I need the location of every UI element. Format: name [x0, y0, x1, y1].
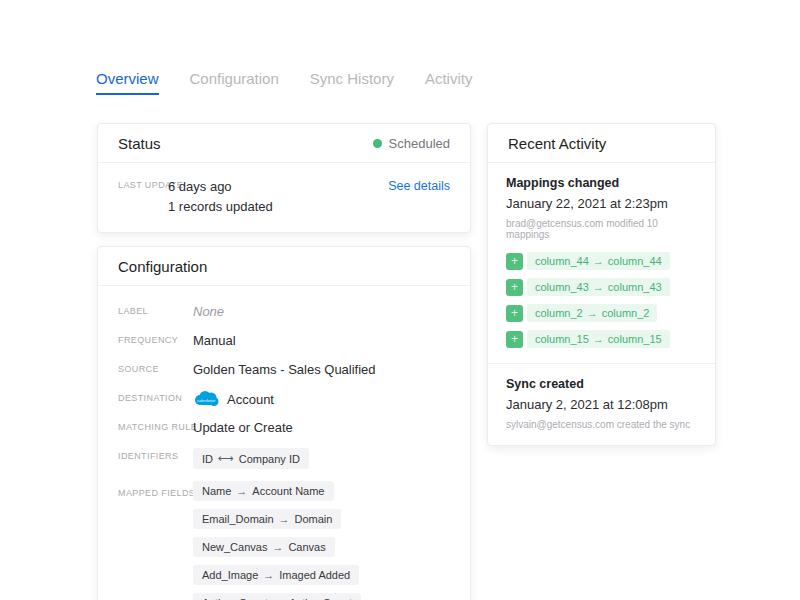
event-title: Sync created: [506, 377, 697, 391]
activity-event-mappings-changed: Mappings changed January 22, 2021 at 2:2…: [488, 163, 715, 363]
mapping-from: column_15: [535, 333, 589, 345]
mapping-from: column_43: [535, 281, 589, 293]
tab-configuration[interactable]: Configuration: [190, 70, 279, 95]
destination-field-label: DESTINATION: [118, 390, 193, 403]
plus-icon: +: [506, 279, 523, 296]
mapping-chip-label: column_15→column_15: [527, 330, 670, 348]
label-field-value: None: [193, 303, 224, 319]
frequency-field-label: FREQUENCY: [118, 332, 193, 345]
config-row-label: LABEL None: [118, 303, 450, 322]
mapping-chip: + column_15→column_15: [506, 330, 697, 348]
destination-field-value: salesforce Account: [193, 390, 274, 408]
plus-icon: +: [506, 253, 523, 270]
status-badge-label: Scheduled: [389, 136, 450, 151]
label-field-label: LABEL: [118, 303, 193, 316]
mapping-to: column_43: [608, 281, 662, 293]
salesforce-icon: salesforce: [193, 390, 219, 408]
plus-icon: +: [506, 331, 523, 348]
mapped-from: Email_Domain: [202, 513, 274, 525]
mapped-to: Domain: [295, 513, 333, 525]
arrow-right-icon: →: [272, 541, 283, 553]
arrow-right-icon: →: [263, 569, 274, 581]
mapped-to: Account Name: [252, 485, 324, 497]
identifier-to: Company ID: [239, 453, 300, 465]
frequency-field-value: Manual: [193, 332, 236, 348]
mapping-chip: + column_43→column_43: [506, 278, 697, 296]
mapped-from: New_Canvas: [202, 541, 267, 553]
mapped-to: Canvas: [288, 541, 325, 553]
event-meta: sylvain@getcensus.com created the sync: [506, 419, 697, 430]
last-update-records: 1 records updated: [168, 197, 273, 217]
mapping-chip-label: column_2→column_2: [527, 304, 657, 322]
recent-activity-card: Recent Activity Mappings changed January…: [487, 123, 716, 446]
mapped-fields-field-label: MAPPED FIELDS: [118, 481, 193, 498]
matching-rule-field-value: Update or Create: [193, 419, 293, 435]
configuration-card-title: Configuration: [118, 258, 207, 275]
mapped-from: Add_Image: [202, 569, 258, 581]
arrow-right-icon: →: [236, 485, 247, 497]
tab-activity[interactable]: Activity: [425, 70, 473, 95]
arrow-right-icon: →: [279, 513, 290, 525]
activity-event-sync-created: Sync created January 2, 2021 at 12:08pm …: [488, 364, 715, 445]
arrow-right-icon: →: [593, 281, 604, 293]
mapping-to: column_2: [602, 307, 650, 319]
recent-activity-title: Recent Activity: [508, 135, 606, 152]
mapping-to: column_15: [608, 333, 662, 345]
destination-name: Account: [227, 392, 274, 407]
configuration-card-body: LABEL None FREQUENCY Manual SOURCE Golde…: [98, 286, 470, 600]
see-details-link[interactable]: See details: [388, 177, 450, 193]
source-field-value: Golden Teams - Sales Qualified: [193, 361, 376, 377]
configuration-card: Configuration LABEL None FREQUENCY Manua…: [97, 246, 471, 600]
mapping-from: column_2: [535, 307, 583, 319]
tab-bar: Overview Configuration Sync History Acti…: [96, 70, 472, 95]
mapped-field-pill: Add_Image → Imaged Added: [193, 565, 359, 585]
mapped-from: Name: [202, 485, 231, 497]
identifiers-field-label: IDENTIFIERS: [118, 448, 193, 461]
mapped-to: Imaged Added: [279, 569, 350, 581]
matching-rule-field-label: MATCHING RULE: [118, 419, 193, 432]
mapping-chip-label: column_44→column_44: [527, 252, 670, 270]
config-row-source: SOURCE Golden Teams - Sales Qualified: [118, 361, 450, 380]
mapped-field-pill: Name → Account Name: [193, 481, 334, 501]
config-row-destination: DESTINATION salesforce Account: [118, 390, 450, 409]
arrow-right-icon: →: [587, 307, 598, 319]
status-card-title: Status: [118, 135, 161, 152]
arrow-right-icon: →: [593, 333, 604, 345]
main-column: Status Scheduled LAST UPDATE 6 days ago …: [97, 123, 471, 600]
last-update-value: 6 days ago 1 records updated: [168, 177, 273, 216]
mapping-change-list: + column_44→column_44 + column_43→column…: [506, 252, 697, 348]
last-update-label: LAST UPDATE: [118, 177, 168, 190]
arrow-both-icon: ⟷: [218, 452, 234, 465]
status-card-header: Status Scheduled: [98, 124, 470, 163]
activity-column: Recent Activity Mappings changed January…: [487, 123, 716, 446]
recent-activity-header: Recent Activity: [488, 124, 715, 163]
source-field-label: SOURCE: [118, 361, 193, 374]
tab-sync-history[interactable]: Sync History: [310, 70, 394, 95]
status-card-body: LAST UPDATE 6 days ago 1 records updated…: [98, 163, 470, 232]
event-date: January 22, 2021 at 2:23pm: [506, 196, 697, 211]
mapping-chip-label: column_43→column_43: [527, 278, 670, 296]
mapped-field-pill: Email_Domain → Domain: [193, 509, 341, 529]
mapping-chip: + column_2→column_2: [506, 304, 697, 322]
status-dot-icon: [373, 139, 382, 148]
plus-icon: +: [506, 305, 523, 322]
tab-overview[interactable]: Overview: [96, 70, 159, 95]
status-badge: Scheduled: [373, 136, 450, 151]
config-row-identifiers: IDENTIFIERS ID ⟷ Company ID: [118, 448, 450, 469]
identifier-pill: ID ⟷ Company ID: [193, 448, 309, 469]
mapped-field-pill: New_Canvas → Canvas: [193, 537, 335, 557]
identifier-from: ID: [202, 453, 213, 465]
mapped-field-pill: Action_Count → Action Count: [193, 593, 361, 600]
mapping-to: column_44: [608, 255, 662, 267]
config-row-mapped-fields: MAPPED FIELDS Name → Account Name Email_…: [118, 481, 450, 600]
mapping-from: column_44: [535, 255, 589, 267]
event-meta: brad@getcensus.com modified 10 mappings: [506, 218, 697, 240]
mapped-fields-list: Name → Account Name Email_Domain → Domai…: [193, 481, 450, 600]
configuration-card-header: Configuration: [98, 247, 470, 286]
event-date: January 2, 2021 at 12:08pm: [506, 397, 697, 412]
config-row-frequency: FREQUENCY Manual: [118, 332, 450, 351]
status-card: Status Scheduled LAST UPDATE 6 days ago …: [97, 123, 471, 233]
last-update-time: 6 days ago: [168, 177, 273, 197]
mapping-chip: + column_44→column_44: [506, 252, 697, 270]
arrow-right-icon: →: [593, 255, 604, 267]
